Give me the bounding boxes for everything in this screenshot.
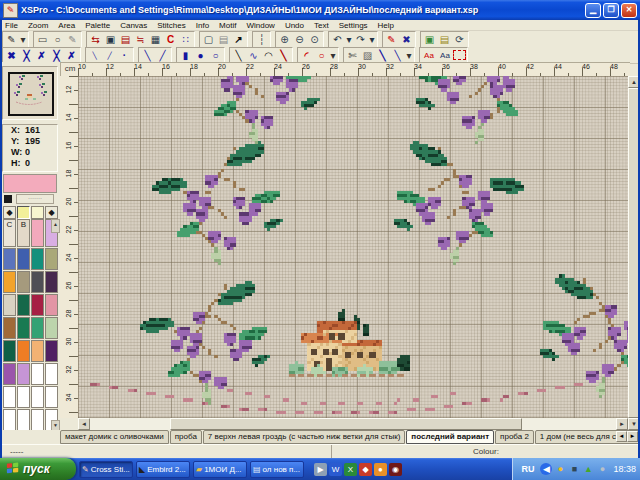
blend-diamond-left[interactable]: ◆ (3, 206, 16, 219)
palette-swatch[interactable] (45, 386, 58, 408)
horizontal-scrollbar[interactable]: ◄ ► (78, 418, 628, 430)
line-stitch-dropdown[interactable]: ▾ (405, 49, 413, 62)
delete-tool[interactable]: ✖ (399, 33, 414, 46)
menu-item-palette[interactable]: Palette (80, 21, 115, 30)
pattern-tab-4[interactable]: проба 2 (495, 430, 534, 444)
zoom-in-tool[interactable]: ⊕ (277, 33, 292, 46)
bead-stitch[interactable]: ○ (208, 49, 223, 62)
line-stitch-2[interactable]: ╲ (390, 49, 405, 62)
close-button[interactable]: ✕ (621, 3, 637, 18)
tray-update-icon[interactable]: ▲ (582, 463, 594, 475)
hoop-tool[interactable]: ▨ (360, 49, 375, 62)
palette-swatch[interactable] (31, 363, 44, 385)
palette-swatch[interactable] (45, 271, 58, 293)
start-button[interactable]: пуск (0, 458, 76, 480)
circle-stitch-dropdown[interactable]: ▾ (329, 49, 337, 62)
orange-app-icon[interactable]: ● (374, 463, 387, 476)
menu-item-area[interactable]: Area (53, 21, 80, 30)
palette-swatch[interactable] (45, 248, 58, 270)
taskbar-task[interactable]: ✎Cross Sti... (79, 461, 133, 478)
current-color-swatch[interactable] (3, 174, 57, 193)
pencil-dropdown[interactable]: ▾ (19, 33, 27, 46)
palette-swatch[interactable] (17, 294, 30, 316)
palette-swatch[interactable] (17, 340, 30, 362)
pattern-preview[interactable] (2, 66, 58, 120)
column-guide-tool[interactable]: ┆ (254, 33, 269, 46)
palette-swatch[interactable] (3, 317, 16, 339)
palette-header-swatch-1[interactable]: B (17, 219, 30, 247)
menu-item-window[interactable]: Window (241, 21, 279, 30)
three-quarter-stitch[interactable]: ╳ (49, 49, 64, 62)
pattern-tab-3[interactable]: последний вариант (406, 430, 494, 444)
word-icon[interactable]: W (329, 463, 342, 476)
palette-swatch[interactable] (31, 271, 44, 293)
undo-tool[interactable]: ↶ (330, 33, 345, 46)
swap-colors-tool[interactable]: ⇆ (88, 33, 103, 46)
palette-scroll-up[interactable]: ▲ (51, 219, 60, 233)
menu-item-canvas[interactable]: Canvas (115, 21, 152, 30)
monitor-tool[interactable]: ▢ (201, 33, 216, 46)
palette-swatch[interactable] (45, 363, 58, 385)
minimize-button[interactable]: ▁ (585, 3, 601, 18)
hide-icons-chevron[interactable]: ◀ (540, 463, 552, 475)
half-cross-left-stitch[interactable]: ╳ (19, 49, 34, 62)
undo-dropdown[interactable]: ▾ (345, 33, 353, 46)
language-indicator[interactable]: RU (521, 464, 534, 474)
quarter-cross-stitch[interactable]: ✗ (64, 49, 79, 62)
tray-grey-icon[interactable]: ● (596, 463, 608, 475)
blend-color-2[interactable] (31, 206, 44, 219)
black-color-swatch[interactable] (4, 195, 12, 203)
half-stitch-forward[interactable]: ╱ (155, 49, 170, 62)
tray-dark-icon[interactable]: ■ (568, 463, 580, 475)
palette-swatch[interactable] (31, 248, 44, 270)
rotate-tool[interactable]: C (163, 33, 178, 46)
palette-swatch[interactable] (3, 271, 16, 293)
tabs-scroll-right[interactable]: ► (627, 431, 638, 442)
text-blue-tool[interactable]: Aa (437, 49, 453, 62)
palette-swatch[interactable] (31, 340, 44, 362)
zoom-area-tool[interactable]: ⊙ (307, 33, 322, 46)
palette-swatch[interactable] (3, 294, 16, 316)
palette-swatch[interactable] (31, 294, 44, 316)
scroll-left-button[interactable]: ◄ (78, 418, 90, 430)
title-bar[interactable]: ✎ XSPro - C:\Documents and Settings\Rimm… (0, 0, 640, 20)
stitch-canvas[interactable] (78, 76, 628, 418)
palette-swatch[interactable] (3, 248, 16, 270)
menu-item-info[interactable]: Info (191, 21, 214, 30)
lasso-select-tool[interactable]: ○ (50, 33, 65, 46)
rect-select-tool[interactable]: ▭ (35, 33, 50, 46)
palette-swatch[interactable] (17, 386, 30, 408)
pattern-tab-1[interactable]: проба (170, 430, 202, 444)
backstitch-curve[interactable]: ∿ (246, 49, 261, 62)
pointer-tool[interactable]: ↗ (231, 33, 246, 46)
palette-swatch[interactable] (17, 271, 30, 293)
french-knot-stitch[interactable]: ● (193, 49, 208, 62)
circle-stitch[interactable]: ○ (314, 49, 329, 62)
palette-swatch[interactable] (3, 363, 16, 385)
backstitch-arc[interactable]: ◠ (261, 49, 276, 62)
line-stitch-1[interactable]: ╲ (375, 49, 390, 62)
palette-swatch[interactable] (45, 294, 58, 316)
arc-stitch[interactable]: ◜ (299, 49, 314, 62)
full-cross-stitch[interactable]: ✖ (4, 49, 19, 62)
mirror-tool[interactable]: ≒ (133, 33, 148, 46)
menu-item-file[interactable]: File (0, 21, 23, 30)
tray-gold-icon[interactable]: ● (554, 463, 566, 475)
rotate-page-tool[interactable]: ⟳ (452, 33, 467, 46)
tabs-scroll-left[interactable]: ◄ (616, 431, 627, 442)
pattern-tab-0[interactable]: макет домик с оливочками (60, 430, 169, 444)
palette-header-swatch-0[interactable]: C (3, 219, 16, 247)
menu-item-settings[interactable]: Settings (334, 21, 373, 30)
palette-swatch[interactable] (31, 386, 44, 408)
palette-swatch[interactable] (17, 248, 30, 270)
taskbar-task[interactable]: ◣Embird 2... (136, 461, 190, 478)
draw-tool[interactable]: ✎ (384, 33, 399, 46)
text-red-tool[interactable]: Aa (421, 49, 437, 62)
horizontal-scroll-thumb[interactable] (170, 418, 522, 430)
export-doc-tool[interactable]: ▤ (437, 33, 452, 46)
half-cross-right-stitch[interactable]: ✗ (34, 49, 49, 62)
palette-swatch[interactable] (45, 340, 58, 362)
menu-item-zoom[interactable]: Zoom (23, 21, 53, 30)
excel-icon[interactable]: X (344, 463, 357, 476)
copy-tool[interactable]: ▣ (103, 33, 118, 46)
